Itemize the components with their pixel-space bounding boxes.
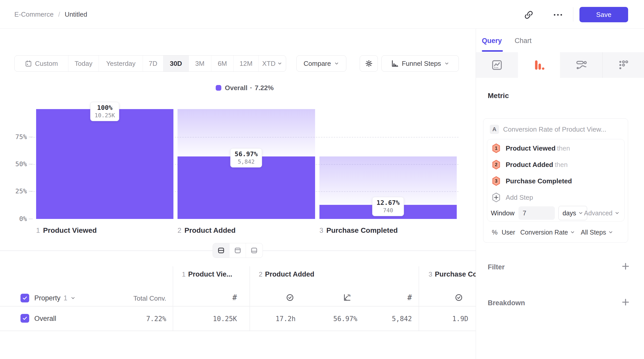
split-view-icon bbox=[217, 247, 225, 254]
chevron-down-icon bbox=[570, 230, 575, 235]
table-column-step-1: 1 Product Vie... bbox=[182, 270, 232, 278]
steps-scope-select[interactable]: All Steps bbox=[581, 229, 606, 236]
data-label-step-1: 100% 10.25K bbox=[90, 102, 119, 121]
y-axis-label-0: 0% bbox=[8, 215, 27, 223]
x-axis-step-1: 1 Product Viewed bbox=[36, 226, 97, 235]
measure-select[interactable]: Conversion Rate bbox=[520, 229, 568, 236]
step-hexagon-badge: 2 bbox=[492, 160, 501, 170]
time-to-convert-icon[interactable] bbox=[454, 293, 463, 302]
breadcrumb-separator: / bbox=[58, 10, 60, 18]
table-column-step-2: 2 Product Added bbox=[259, 270, 314, 278]
table-column-step-3: 3 Purchase Completed bbox=[429, 270, 476, 278]
date-range-yesterday[interactable]: Yesterday bbox=[99, 56, 143, 71]
count-metric-icon[interactable]: # bbox=[227, 293, 237, 302]
funnel-analysis-app: E-Commerce / Untitled Save Custo bbox=[0, 0, 644, 359]
query-panel: Query Chart bbox=[476, 29, 644, 359]
chevron-down-icon bbox=[615, 210, 620, 216]
layout-split-view-button[interactable] bbox=[213, 243, 229, 258]
y-axis-label-25: 25% bbox=[8, 187, 27, 195]
add-step-button[interactable]: Add Step bbox=[487, 189, 624, 206]
svg-text:1: 1 bbox=[495, 146, 497, 151]
date-range-30d[interactable]: 30D bbox=[163, 56, 189, 71]
data-label-step-3: 12.67% 740 bbox=[372, 197, 404, 216]
chart-settings-button[interactable] bbox=[360, 55, 378, 72]
y-axis-label-75: 75% bbox=[8, 133, 27, 141]
check-icon bbox=[22, 315, 28, 321]
cell-step2-rate: 56.97% bbox=[316, 315, 357, 323]
layout-table-only-button[interactable] bbox=[246, 243, 262, 258]
chart-type-insights[interactable] bbox=[476, 52, 518, 78]
ellipsis-icon bbox=[554, 14, 555, 16]
measurement-prefix[interactable]: % bbox=[492, 229, 497, 236]
date-range-today[interactable]: Today bbox=[68, 56, 99, 71]
date-range-12m[interactable]: 12M bbox=[233, 56, 258, 71]
add-breakdown-button[interactable] bbox=[621, 298, 630, 308]
funnel-bar-step-1[interactable] bbox=[36, 109, 173, 219]
more-actions-button[interactable] bbox=[550, 10, 566, 19]
query-step-2[interactable]: 2 Product Addedthen bbox=[487, 156, 624, 173]
chart-type-breakdown-grid[interactable] bbox=[602, 52, 644, 78]
cell-step1-count: 10.25K bbox=[196, 315, 237, 323]
time-to-convert-icon[interactable] bbox=[285, 293, 295, 302]
date-range-6m[interactable]: 6M bbox=[211, 56, 234, 71]
breadcrumb-parent[interactable]: E-Commerce bbox=[14, 10, 54, 18]
chart-type-tabs bbox=[476, 52, 644, 78]
legend-swatch bbox=[216, 85, 221, 91]
counting-entity-select[interactable]: User bbox=[502, 229, 515, 236]
property-selector[interactable]: Property 1 bbox=[34, 293, 76, 303]
date-range-7d[interactable]: 7D bbox=[143, 56, 163, 71]
chart-type-funnels[interactable] bbox=[518, 52, 560, 78]
tab-chart[interactable]: Chart bbox=[515, 37, 532, 45]
metric-summary: Conversion Rate of Product View... bbox=[503, 125, 606, 133]
tab-query[interactable]: Query bbox=[482, 37, 502, 45]
share-link-button[interactable] bbox=[524, 10, 534, 19]
plus-icon bbox=[621, 298, 630, 307]
flow-icon bbox=[575, 59, 587, 71]
chart-type-flows[interactable] bbox=[560, 52, 602, 78]
table-only-icon bbox=[250, 247, 258, 254]
chart-only-icon bbox=[234, 247, 242, 254]
row-name: Overall bbox=[34, 315, 56, 323]
chevron-down-icon bbox=[578, 210, 583, 216]
legend-item-overall[interactable]: Overall · 7.22% bbox=[216, 84, 274, 92]
svg-text:%: % bbox=[348, 293, 350, 297]
cell-step2-count: 5,842 bbox=[371, 315, 412, 323]
chevron-down-icon bbox=[334, 61, 339, 66]
query-step-1[interactable]: 1 Product Viewedthen bbox=[487, 140, 624, 156]
advanced-toggle[interactable]: Advanced bbox=[584, 209, 620, 217]
metric-summary-row[interactable]: A Conversion Rate of Product View... bbox=[490, 125, 606, 134]
view-type-button[interactable]: Funnel Steps bbox=[381, 55, 459, 72]
svg-text:2: 2 bbox=[495, 162, 497, 167]
conversion-rate-icon[interactable]: % bbox=[342, 293, 352, 302]
step-hexagon-badge: 1 bbox=[492, 143, 501, 153]
add-filter-button[interactable] bbox=[621, 262, 630, 272]
x-axis-step-2: 2 Product Added bbox=[178, 226, 236, 235]
x-axis-step-3: 3 Purchase Completed bbox=[319, 226, 398, 235]
compare-button[interactable]: Compare bbox=[296, 55, 346, 72]
layout-chart-only-button[interactable] bbox=[229, 243, 246, 258]
window-unit-select[interactable]: days bbox=[558, 206, 587, 220]
date-range-xtd[interactable]: XTD bbox=[258, 56, 286, 71]
results-table: 1 Product Vie... 2 Product Added 3 Purch… bbox=[0, 266, 476, 331]
query-step-3[interactable]: 3 Purchase Completed bbox=[487, 173, 624, 189]
report-title[interactable]: Untitled bbox=[65, 10, 87, 18]
cell-step3-time: 1.9D bbox=[427, 315, 468, 323]
save-button[interactable]: Save bbox=[579, 7, 628, 22]
date-range-custom[interactable]: Custom bbox=[15, 56, 68, 71]
metric-badge: A bbox=[490, 125, 499, 134]
top-bar: E-Commerce / Untitled Save bbox=[0, 0, 644, 29]
cell-step2-time: 17.2h bbox=[255, 315, 296, 323]
breakdown-section-heading: Breakdown bbox=[488, 299, 525, 307]
select-all-checkbox[interactable] bbox=[20, 294, 29, 302]
window-value-input[interactable]: 7 bbox=[518, 206, 555, 220]
plus-icon bbox=[621, 262, 630, 271]
count-metric-icon[interactable]: # bbox=[402, 293, 412, 302]
date-range-3m[interactable]: 3M bbox=[189, 56, 211, 71]
insights-icon bbox=[491, 59, 503, 71]
filter-section-heading: Filter bbox=[488, 263, 505, 271]
row-checkbox[interactable] bbox=[20, 314, 29, 323]
metric-footer: % User Conversion Rate All Steps bbox=[492, 227, 613, 237]
funnel-steps-editor: 1 Product Viewedthen 2 Product Addedthen… bbox=[487, 139, 625, 221]
link-icon bbox=[524, 10, 533, 19]
chevron-down-icon bbox=[70, 295, 76, 301]
